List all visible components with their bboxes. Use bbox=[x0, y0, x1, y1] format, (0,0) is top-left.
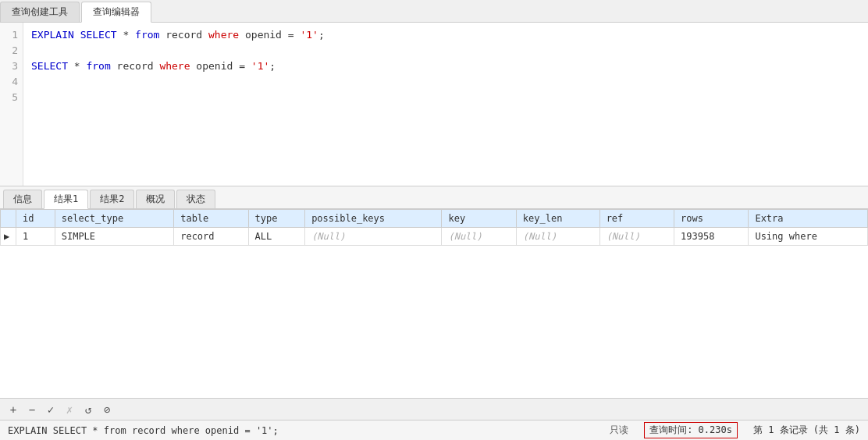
col-id: id bbox=[16, 210, 55, 228]
stop-icon[interactable]: ⊘ bbox=[100, 403, 114, 417]
col-table: table bbox=[174, 210, 248, 228]
results-table: id select_type table type possible_keys … bbox=[0, 209, 868, 246]
col-extra: Extra bbox=[749, 210, 868, 228]
status-sql-text: EXPLAIN SELECT * from record where openi… bbox=[8, 425, 610, 436]
col-rows: rows bbox=[674, 210, 749, 228]
bottom-toolbar: + − ✓ ✗ ↺ ⊘ bbox=[0, 398, 868, 420]
row-arrow: ▶ bbox=[1, 228, 16, 246]
col-ref: ref bbox=[599, 210, 674, 228]
tab-query-editor[interactable]: 查询编辑器 bbox=[81, 2, 151, 23]
cell-rows: 193958 bbox=[674, 228, 749, 246]
cell-ref: (Null) bbox=[599, 228, 674, 246]
main-tab-bar: 查询创建工具 查询编辑器 bbox=[0, 0, 868, 23]
table-row: ▶ 1 SIMPLE record ALL (Null) (Null) (Nul… bbox=[1, 228, 868, 246]
tab-result1[interactable]: 结果1 bbox=[44, 190, 88, 209]
cancel-icon: ✗ bbox=[62, 403, 76, 417]
col-type: type bbox=[248, 210, 305, 228]
cell-extra: Using where bbox=[749, 228, 868, 246]
line-num-4: 4 bbox=[0, 74, 23, 90]
tab-status[interactable]: 状态 bbox=[176, 190, 215, 208]
line-numbers: 1 2 3 4 5 bbox=[0, 23, 23, 186]
results-table-area: id select_type table type possible_keys … bbox=[0, 209, 868, 398]
status-query-time: 查询时间: 0.230s bbox=[644, 422, 738, 438]
cell-key: (Null) bbox=[442, 228, 516, 246]
results-tab-bar: 信息 结果1 结果2 概况 状态 bbox=[0, 186, 868, 209]
cell-table: record bbox=[174, 228, 248, 246]
cell-key-len: (Null) bbox=[516, 228, 599, 246]
col-select-type: select_type bbox=[55, 210, 173, 228]
col-key-len: key_len bbox=[516, 210, 599, 228]
status-record-info: 第 1 条记录 (共 1 条) bbox=[753, 424, 860, 437]
tab-query-builder[interactable]: 查询创建工具 bbox=[0, 2, 80, 22]
line-num-5: 5 bbox=[0, 90, 23, 105]
line-num-1: 1 bbox=[0, 27, 23, 43]
status-bar: EXPLAIN SELECT * from record where openi… bbox=[0, 420, 868, 440]
tab-overview[interactable]: 概况 bbox=[136, 190, 175, 208]
tab-result2[interactable]: 结果2 bbox=[90, 190, 134, 208]
cell-id: 1 bbox=[16, 228, 55, 246]
remove-icon[interactable]: − bbox=[25, 403, 39, 417]
confirm-icon[interactable]: ✓ bbox=[44, 403, 58, 417]
cell-select-type: SIMPLE bbox=[55, 228, 173, 246]
refresh-icon[interactable]: ↺ bbox=[81, 403, 95, 417]
col-arrow bbox=[1, 210, 16, 228]
line-num-3: 3 bbox=[0, 59, 23, 74]
table-header-row: id select_type table type possible_keys … bbox=[1, 210, 868, 228]
cell-type: ALL bbox=[248, 228, 305, 246]
col-possible-keys: possible_keys bbox=[305, 210, 442, 228]
col-key: key bbox=[442, 210, 516, 228]
code-editor[interactable]: EXPLAIN SELECT * from record where openi… bbox=[23, 23, 868, 186]
tab-info[interactable]: 信息 bbox=[3, 190, 42, 208]
editor-area: 1 2 3 4 5 EXPLAIN SELECT * from record w… bbox=[0, 23, 868, 186]
status-readonly: 只读 bbox=[610, 424, 628, 437]
add-icon[interactable]: + bbox=[6, 403, 20, 417]
line-num-2: 2 bbox=[0, 43, 23, 59]
cell-possible-keys: (Null) bbox=[305, 228, 442, 246]
